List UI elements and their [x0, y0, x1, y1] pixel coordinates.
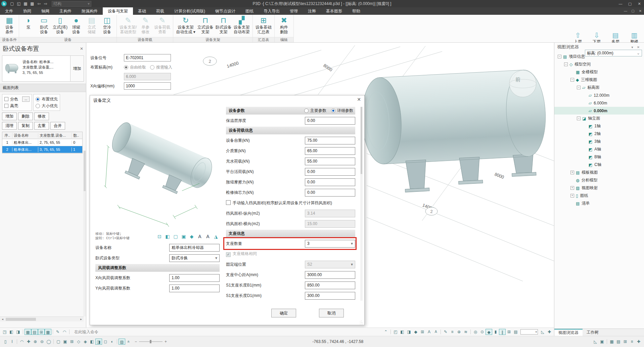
profile-dropdown[interactable]: 结构 ▾: [52, 1, 91, 7]
dialog-field-value[interactable]: 65.00: [305, 147, 355, 155]
menu-manage[interactable]: 管理: [285, 7, 303, 15]
solid-toggle-icon[interactable]: ◆: [486, 329, 492, 335]
text-smaller-icon[interactable]: A: [432, 329, 439, 335]
delete-section-button[interactable]: 删除: [18, 113, 33, 120]
model-toggle-icon[interactable]: ▦: [608, 339, 615, 345]
panel-menu-icon[interactable]: ▾: [629, 45, 635, 49]
scroll-left-icon[interactable]: ◂: [0, 317, 5, 321]
zoom-fit-icon[interactable]: ⊡: [156, 232, 163, 240]
pan-icon[interactable]: ✚: [25, 339, 32, 345]
dialog-field-value[interactable]: 3000.00: [305, 271, 355, 279]
list-toggle-icon[interactable]: ≡: [629, 339, 635, 345]
save-as-icon[interactable]: ▩: [29, 1, 36, 6]
dialog-field-value[interactable]: 55.00: [305, 158, 355, 165]
box-mode-icon[interactable]: ▢: [55, 339, 62, 345]
measure-icon[interactable]: ✎: [54, 329, 61, 335]
text-larger-icon[interactable]: A: [426, 329, 432, 335]
modify-section-button[interactable]: 修改: [34, 113, 49, 120]
pick-box-icon[interactable]: ◧: [8, 329, 15, 335]
tree-template-views[interactable]: + ▤ 模板视图: [554, 169, 644, 176]
vertical-storage-tank-button[interactable]: ▤ 立式 储罐: [84, 16, 99, 35]
highlight-checkbox[interactable]: [4, 104, 8, 108]
view-grid-icon[interactable]: ⊞: [419, 329, 426, 335]
ok-button[interactable]: 确定: [271, 309, 296, 317]
menu-equipment-support[interactable]: 设备与支架: [103, 7, 133, 15]
view-cube-left-icon[interactable]: ◧: [89, 339, 95, 345]
iso-view-icon[interactable]: ◆: [188, 232, 195, 240]
tab-work-tree[interactable]: 工作树: [583, 329, 603, 336]
list-icon[interactable]: ▤: [512, 329, 519, 335]
tree-model-space[interactable]: − ◇ 模型空间: [554, 60, 644, 68]
upper-level-button[interactable]: ⇧ 上层: [570, 31, 586, 44]
menu-load[interactable]: 荷载: [151, 7, 169, 15]
menu-attached-member[interactable]: 附属构件: [77, 7, 103, 15]
collapse-icon[interactable]: ⌃: [382, 329, 389, 335]
menu-help[interactable]: 帮助: [347, 7, 365, 15]
copy-button[interactable]: 复制: [18, 122, 33, 130]
menu-basic-shape[interactable]: 基本图形: [321, 7, 347, 15]
tree-3d-view[interactable]: − ◆ 三维视图: [554, 76, 644, 84]
shaded-view-icon[interactable]: ◧: [164, 232, 171, 240]
dialog-field-value[interactable]: 卧式冷换: [169, 254, 220, 262]
dialog-field-value[interactable]: 1.00: [169, 285, 220, 292]
cancel-button[interactable]: 取消: [319, 309, 344, 317]
menu-foundation[interactable]: 基础: [133, 7, 151, 15]
ibeam-icon[interactable]: Ⅰ: [9, 339, 15, 345]
menu-import-export[interactable]: 导入导出: [259, 7, 285, 15]
zoom-slider[interactable]: − +: [135, 339, 167, 344]
tab-view-browser[interactable]: 视图浏览器: [554, 329, 583, 336]
elevation-dropdown[interactable]: 标高: (0.000m) ⌄: [585, 50, 642, 56]
clean-button[interactable]: 清理: [2, 122, 17, 130]
dialog-field-value[interactable]: 0.00: [305, 168, 355, 176]
doc-restore-button[interactable]: ▢: [629, 7, 637, 15]
doc-minimize-button[interactable]: —: [622, 7, 629, 15]
size-first-radio[interactable]: 大小优先: [36, 103, 58, 109]
table-row[interactable]: 1 粗单体出... 2, 75, 65, 55 0: [2, 139, 82, 146]
arc-icon[interactable]: ◠: [18, 339, 25, 345]
dialog-field-value[interactable]: 300.00: [305, 292, 355, 300]
dialog-field-value[interactable]: 1.00: [169, 274, 220, 282]
vertical-equipment-support-button[interactable]: ⊓ 立式设备 支架: [196, 16, 215, 35]
tree-list[interactable]: ▤ 清单: [554, 200, 644, 207]
dialog-field-value[interactable]: 15.00: [305, 220, 355, 228]
tree-level-6[interactable]: ▱ 6.000m: [554, 99, 644, 107]
table-icon[interactable]: ⊞: [506, 329, 512, 335]
view-shade-icon[interactable]: ◆: [412, 329, 419, 335]
grid-toggle-icon[interactable]: ⊞: [622, 339, 629, 345]
view-cube-top-icon[interactable]: ◻: [102, 339, 109, 345]
whole-building-button[interactable]: ▥ 整楼: [627, 31, 642, 44]
tree-level-12[interactable]: ▱ 12.000m: [554, 91, 644, 99]
equipment-3d-preview[interactable]: [95, 106, 220, 231]
equipment-tag-input[interactable]: E-702001: [124, 54, 171, 61]
tree-expander-icon[interactable]: −: [564, 62, 568, 66]
menu-annotation[interactable]: 注释: [303, 7, 321, 15]
air-cooler-button[interactable]: ◫ 空冷 设备: [99, 16, 115, 35]
layout-icon[interactable]: ▣: [599, 339, 605, 345]
close-button[interactable]: ✕: [635, 0, 644, 7]
main-params-radio[interactable]: 主要参数: [304, 108, 326, 114]
equipment-condition-button[interactable]: ▦ 设备 条件: [2, 16, 17, 35]
cylinder-toggle-icon[interactable]: ▮: [492, 329, 499, 335]
hidden-line-view-icon[interactable]: ▣: [180, 232, 187, 240]
resize-grip[interactable]: .:.::: [360, 320, 364, 324]
add-section-button[interactable]: 增加: [2, 113, 17, 120]
tree-axis-b[interactable]: ◩ B轴: [554, 153, 644, 161]
delete-member-button[interactable]: ✖ 构件 删除: [276, 16, 292, 35]
region-mode-icon[interactable]: ▣: [62, 339, 68, 345]
save-icon[interactable]: ▦: [22, 1, 29, 6]
zoom-extent-icon[interactable]: ◯: [45, 339, 52, 345]
render-style-icon[interactable]: ◮: [212, 232, 220, 240]
minimize-button[interactable]: —: [616, 0, 625, 7]
dialog-field-value[interactable]: S2: [305, 261, 355, 268]
snap-grid-icon[interactable]: ▦: [25, 329, 31, 335]
panel-close-icon[interactable]: ✕: [80, 46, 83, 51]
target-icon[interactable]: ⊙: [479, 329, 486, 335]
horizontal-equipment-button[interactable]: ▭ 卧式 设备: [36, 16, 52, 35]
close-icon[interactable]: ✕: [357, 97, 361, 102]
support-auto-beam-button[interactable]: ▞ 设备支架 自动布梁: [233, 16, 251, 35]
slider-handle[interactable]: [150, 340, 151, 343]
command-input[interactable]: 在此输入命令: [71, 329, 382, 335]
color-checkbox[interactable]: [4, 97, 8, 101]
undo-icon[interactable]: ⇦: [36, 1, 42, 6]
view-cube-front-icon[interactable]: ◇: [75, 339, 82, 345]
